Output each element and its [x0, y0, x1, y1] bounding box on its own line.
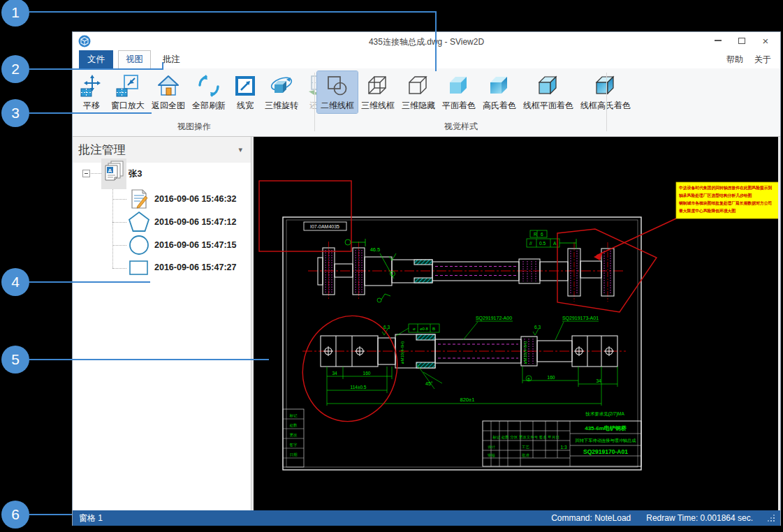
refresh-all-button[interactable]: 全部刷新: [189, 71, 229, 113]
rectangle-annotation-icon[interactable]: [127, 256, 151, 282]
status-bar: 窗格 1 Command: NoteLoad Redraw Time: 0.00…: [73, 510, 780, 526]
status-command: Command: NoteLoad: [551, 513, 631, 523]
svg-text:更改: 更改: [290, 433, 298, 437]
wireframe-3d-icon: [365, 73, 390, 98]
svg-text:6.3: 6.3: [534, 325, 541, 330]
svg-text:160: 160: [363, 371, 371, 376]
close-icon: ×: [763, 35, 769, 47]
tab-annotation[interactable]: 批注: [156, 50, 186, 68]
fit-view-button[interactable]: 返回全图: [148, 71, 189, 113]
wireframe-gouraud-button[interactable]: 线框高氏着色: [577, 71, 634, 113]
markup-annotations[interactable]: [259, 181, 676, 431]
help-menu[interactable]: 帮助: [726, 54, 743, 66]
title-block: 技术要求见(2/7)MA: [483, 411, 641, 466]
line-width-label: 线宽: [237, 100, 254, 112]
svg-text:审核: 审核: [488, 453, 496, 457]
close-button[interactable]: ×: [754, 32, 777, 49]
tab-view[interactable]: 视图: [118, 50, 151, 68]
annotation-timestamp[interactable]: 2016-09-06 15:47:27: [154, 263, 236, 272]
svg-text:820±1: 820±1: [460, 397, 475, 403]
svg-text:45°: 45°: [425, 381, 433, 386]
markup-ellipse[interactable]: [292, 306, 409, 431]
screenshot-root: { "callouts": ["1","2","3","4","5","6"],…: [0, 0, 783, 532]
callout-badge-2: 2: [1, 55, 29, 83]
markup-text-note[interactable]: 中达设备时代集团的回转轴连接件在此图风险提示到 轴承风险处理厂区选型结构分析几步…: [676, 182, 778, 219]
maximize-button[interactable]: [730, 32, 754, 49]
wireframe-2d-label: 二维线框: [321, 100, 354, 112]
svg-text:工艺: 工艺: [522, 445, 530, 449]
svg-text://: //: [529, 241, 532, 246]
wireframe-gouraud-label: 线框高氏着色: [580, 100, 631, 112]
svg-text:R: R: [534, 232, 537, 237]
group-label-view-ops: 视图操作: [75, 121, 313, 133]
status-pane-label: 窗格 1: [79, 512, 103, 524]
svg-text:A: A: [553, 241, 557, 246]
svg-text:轴承风险处理厂区选型结构分析几步绘图: 轴承风险处理厂区选型结构分析几步绘图: [678, 193, 752, 198]
pan-button[interactable]: 平移: [75, 71, 108, 113]
rotate-3d-button[interactable]: 三维旋转: [261, 71, 302, 113]
svg-text:6: 6: [541, 232, 543, 237]
fit-view-label: 返回全图: [152, 100, 185, 112]
annotation-timestamp[interactable]: 2016-09-06 15:47:15: [154, 240, 236, 250]
tree-connector: [91, 173, 101, 174]
wireframe-flat-button[interactable]: 线框平面着色: [520, 71, 577, 113]
annotation-timestamp[interactable]: 2016-09-06 15:46:32: [154, 194, 236, 204]
title-bar: 435连接轴总成.dwg - SView2D ×: [73, 32, 780, 50]
svg-text:A: A: [108, 168, 112, 174]
line-width-icon: [233, 73, 258, 98]
tab-file[interactable]: 文件: [79, 50, 113, 68]
annotation-set-icon[interactable]: A: [101, 158, 126, 189]
gouraud-shaded-icon: [487, 73, 512, 98]
minimize-icon: [715, 40, 722, 41]
dimensions-bottom: 34 160 114±0.5 B 160 34 820±1 ⌀ ⌀0.8 B 6…: [327, 316, 617, 406]
about-menu[interactable]: 关于: [754, 54, 771, 66]
annotation-timestamp[interactable]: 2016-09-06 15:47:12: [154, 217, 236, 227]
annotation-author-label[interactable]: 张3: [129, 168, 142, 180]
drawing-viewport[interactable]: I07-0AM4035: [254, 137, 778, 510]
wireframe-2d-button[interactable]: 二维线框: [317, 71, 358, 113]
svg-text:中达设备时代集团的回转轴连接件在此图风险提示到: 中达设备时代集团的回转轴连接件在此图风险提示到: [679, 185, 773, 191]
markup-rectangle[interactable]: [259, 181, 351, 251]
rotate-3d-label: 三维旋转: [265, 100, 298, 112]
wireframe-flat-icon: [536, 73, 561, 98]
svg-text:设计: 设计: [488, 445, 496, 449]
gouraud-shaded-button[interactable]: 高氏着色: [479, 71, 520, 113]
svg-text:标记: 标记: [289, 413, 298, 418]
gouraud-shaded-label: 高氏着色: [483, 100, 516, 112]
callout-badge-6: 6: [1, 501, 29, 529]
svg-text:日期: 日期: [290, 452, 298, 457]
status-redraw-time: Redraw Time: 0.001864 sec.: [646, 513, 753, 523]
svg-text:34: 34: [596, 378, 601, 383]
flat-shaded-button[interactable]: 平面着色: [439, 71, 479, 113]
callout-line-5: [29, 359, 269, 360]
svg-text:标记 处数 分区 更改文件号 签名 年月日: 标记 处数 分区 更改文件号 签名 年月日: [492, 435, 559, 440]
line-width-button[interactable]: 线宽: [229, 71, 261, 113]
window-zoom-button[interactable]: 窗口放大: [108, 71, 148, 113]
group-label-visual-style: 视觉样式: [317, 121, 605, 133]
panel-dropdown-icon[interactable]: ▾: [238, 145, 242, 154]
svg-text:SQ2919170-A01: SQ2919170-A01: [583, 448, 628, 455]
wireframe-3d-button[interactable]: 三维线框: [358, 71, 398, 113]
window-title: 435连接轴总成.dwg - SView2D: [73, 36, 780, 48]
svg-text:最大限度中心风险降低环境大图: 最大限度中心风险降低环境大图: [678, 208, 736, 214]
tree-expand-toggle[interactable]: [82, 170, 90, 177]
svg-text:B: B: [432, 327, 435, 331]
ribbon-toolbar: 平移 窗口放大: [73, 68, 780, 137]
svg-text:0.5: 0.5: [539, 241, 546, 246]
minimize-button[interactable]: [706, 32, 730, 49]
svg-text:B: B: [527, 377, 530, 381]
flat-shaded-label: 平面着色: [442, 100, 476, 112]
callout-line-1: [29, 11, 437, 13]
cad-drawing: I07-0AM4035: [254, 137, 778, 510]
resize-grip[interactable]: [768, 515, 775, 522]
refresh-all-label: 全部刷新: [192, 100, 226, 112]
hidden-3d-icon: [406, 73, 431, 98]
svg-text:批准: 批准: [522, 453, 530, 458]
annotation-panel: 批注管理 ▾ A: [73, 137, 251, 510]
callout-line-1v: [435, 11, 437, 71]
app-window: 435连接轴总成.dwg - SView2D × 帮助 关于 文件 视图 批注: [72, 31, 781, 526]
callout-line-6: [29, 514, 72, 515]
wireframe-2d-icon: [325, 73, 350, 98]
hidden-3d-button[interactable]: 三维隐藏: [398, 71, 439, 113]
svg-text:435-6m电铲钢桥: 435-6m电铲钢桥: [585, 425, 627, 431]
